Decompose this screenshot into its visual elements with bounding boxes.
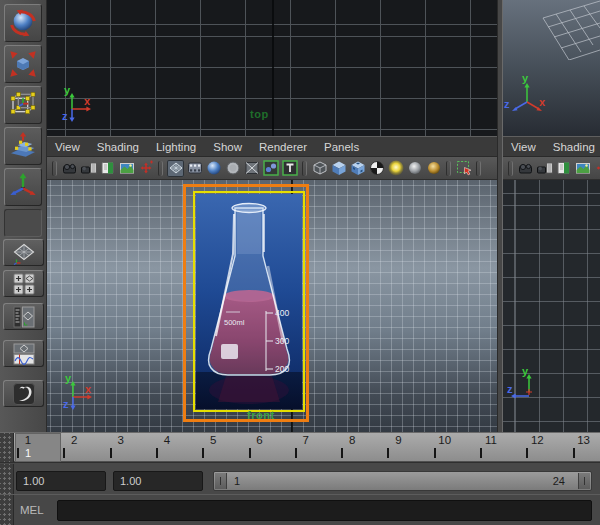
camera-icon[interactable] [61,160,78,177]
animation-start-field[interactable] [113,471,203,491]
move-tool-button[interactable] [4,168,42,206]
svg-text:y: y [522,72,529,84]
menu-view[interactable]: View [511,141,536,153]
camera-icon[interactable] [517,160,534,177]
axis-gizmo-side: yz [505,364,549,412]
textured-cube-icon[interactable] [349,160,366,177]
axis-gizmo-front: yxz [62,370,106,418]
viewport-persp[interactable]: yzx [503,0,600,136]
frame-number-12: 12 [531,434,544,446]
frame-tick [526,448,528,458]
menu-show[interactable]: Show [213,141,242,153]
texture-t-icon[interactable] [281,160,298,177]
paint-effects-tool-button[interactable] [3,380,44,407]
frame-tick [17,448,19,458]
rotate-tool-button[interactable] [4,4,42,42]
frame-tick [387,448,389,458]
menu-view[interactable]: View [55,141,80,153]
flat-sphere-icon[interactable] [224,160,241,177]
move-plus-icon[interactable] [137,160,154,177]
command-line-drag-handle[interactable] [0,495,14,525]
frame-number-11: 11 [485,434,497,446]
range-row-drag-handle[interactable] [0,464,14,494]
toolbar-separator [508,161,513,176]
menu-lighting[interactable]: Lighting [156,141,196,153]
frame-tick [341,448,343,458]
tool-box [0,0,47,432]
range-start-handle[interactable] [215,473,227,489]
smooth-sphere-icon[interactable] [205,160,222,177]
range-end-handle[interactable] [578,473,590,489]
image-plane-flask-photo[interactable]: 400 300 200 500ml [196,194,302,409]
image-plane-icon[interactable] [574,160,591,177]
frame-tick [295,448,297,458]
single-pane-layout-button[interactable] [3,239,44,266]
top-view-axis-line [272,0,274,136]
time-slider-ruler[interactable]: 1 12345678910111213 [14,433,600,462]
graduation-200: 200 [275,364,289,374]
frame-number-13: 13 [577,434,590,446]
camera-attrs-icon[interactable] [80,160,97,177]
toolbar-separator [52,161,57,176]
command-line-mode-label[interactable]: MEL [20,504,44,516]
svg-text:z: z [62,110,68,122]
frame-number-8: 8 [349,434,355,446]
wire-cube-icon[interactable] [311,160,328,177]
svg-text:x: x [539,96,546,108]
light-gold-icon[interactable] [425,160,442,177]
frame-number-2: 2 [71,434,77,446]
outliner-persp-layout-button[interactable] [3,303,44,330]
mel-command-input[interactable] [57,500,592,521]
move-plus-icon[interactable] [593,160,600,177]
playback-start-field[interactable] [16,471,106,491]
universal-manipulator-tool-button[interactable] [4,86,42,124]
light-gray-icon[interactable] [406,160,423,177]
bookmark-icon[interactable] [99,160,116,177]
viewport-front[interactable]: 400 300 200 500ml yxz front [47,180,497,432]
image-plane-border: 400 300 200 500ml [193,191,305,412]
frame-tick [156,448,158,458]
soft-modification-tool-button[interactable] [4,127,42,165]
menu-renderer[interactable]: Renderer [259,141,307,153]
menu-shading[interactable]: Shading [97,141,139,153]
menu-panels[interactable]: Panels [324,141,359,153]
viewport-top[interactable]: yxz top [47,0,497,136]
frame-number-3: 3 [117,434,123,446]
current-frame-marker[interactable]: 1 [15,433,61,462]
xray-icon[interactable] [243,160,260,177]
checker-sphere-icon[interactable] [368,160,385,177]
perspective-grid-wireframe [503,0,600,60]
scale-tool-button[interactable] [4,45,42,83]
camera-label-top: top [250,108,269,120]
svg-text:y: y [64,84,71,96]
svg-text:x: x [84,95,91,107]
panel-front: ViewShadingLightingShowRendererPanels [47,136,497,432]
toolbar-separator [158,161,163,176]
film-icon[interactable] [186,160,203,177]
toolbar-separator [476,161,481,176]
frame-tick [63,448,65,458]
persp-graph-layout-button[interactable] [3,340,44,367]
light-yellow-icon[interactable] [387,160,404,177]
svg-text:z: z [507,383,513,395]
maya-window: yxz top yzx ViewShadingLightingShowRende… [0,0,600,525]
graduation-400: 400 [275,308,289,318]
smooth-cube-icon[interactable] [330,160,347,177]
default-material-icon[interactable] [262,160,279,177]
volume-label: 500ml [224,318,245,327]
select-box-icon[interactable] [455,160,472,177]
grid-plane-icon[interactable] [167,160,184,177]
menu-shading[interactable]: Shading [553,141,595,153]
image-plane-icon[interactable] [118,160,135,177]
range-end-label: 24 [553,475,565,487]
bookmark-icon[interactable] [555,160,572,177]
viewport-side[interactable]: yz [503,180,600,432]
graduation-300: 300 [275,336,289,346]
four-pane-layout-button[interactable] [3,270,44,297]
camera-attrs-icon[interactable] [536,160,553,177]
time-slider-drag-handle[interactable] [0,433,14,462]
front-panel-menubar: ViewShadingLightingShowRendererPanels [47,136,497,157]
frame-number-10: 10 [438,434,451,446]
toolbar-separator [302,161,307,176]
range-slider[interactable]: 1 24 [213,471,592,491]
